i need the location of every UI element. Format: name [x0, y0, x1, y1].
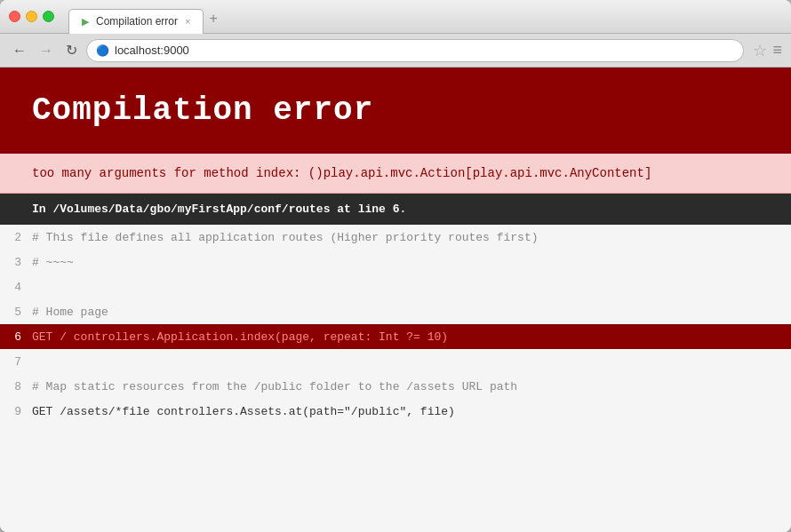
line-content: GET /assets/*file controllers.Assets.at(… — [32, 401, 455, 422]
tab-title: Compilation error — [96, 15, 178, 28]
line-number: 5 — [0, 306, 32, 319]
window-controls — [9, 11, 54, 22]
line-content: GET / controllers.Application.index(page… — [32, 327, 448, 347]
bookmark-icon[interactable]: ☆ — [753, 41, 767, 60]
active-tab[interactable]: ▶ Compilation error × — [68, 9, 204, 34]
page-content: Compilation error too many arguments for… — [0, 67, 791, 532]
close-button[interactable] — [9, 11, 20, 22]
forward-button[interactable]: → — [36, 41, 57, 60]
line-number: 6 — [0, 330, 32, 344]
address-text: localhost:9000 — [115, 44, 189, 57]
maximize-button[interactable] — [43, 11, 54, 22]
line-content: # Home page — [32, 302, 108, 322]
error-header: Compilation error — [0, 67, 791, 154]
table-row: 8# Map static resources from the /public… — [0, 374, 791, 399]
table-row: 3# ~~~~ — [0, 250, 791, 274]
error-message-text: too many arguments for method index: ()p… — [32, 166, 651, 180]
browser-window: ▶ Compilation error × + ← → ↻ 🔵 localhos… — [0, 0, 791, 532]
play-icon: ▶ — [82, 16, 89, 28]
file-location-bar: In /Volumes/Data/gbo/myFirstApp/conf/rou… — [0, 194, 791, 225]
menu-icon[interactable]: ≡ — [772, 41, 782, 60]
table-row: 2# This file defines all application rou… — [0, 225, 791, 250]
table-row: 7 — [0, 349, 791, 374]
table-row: 6GET / controllers.Application.index(pag… — [0, 324, 791, 349]
tab-close-button[interactable]: × — [185, 16, 190, 27]
tab-bar: ▶ Compilation error × + — [68, 4, 782, 29]
file-location-text: In /Volumes/Data/gbo/myFirstApp/conf/rou… — [32, 202, 406, 216]
line-number: 7 — [0, 355, 32, 369]
error-title: Compilation error — [32, 92, 759, 129]
table-row: 4 — [0, 274, 791, 299]
title-bar: ▶ Compilation error × + — [0, 0, 791, 34]
table-row: 5# Home page — [0, 299, 791, 324]
address-bar[interactable]: 🔵 localhost:9000 — [86, 39, 744, 62]
line-number: 3 — [0, 256, 32, 269]
line-number: 8 — [0, 380, 32, 393]
line-number: 2 — [0, 231, 32, 244]
code-area: 2# This file defines all application rou… — [0, 225, 791, 424]
line-content: # This file defines all application rout… — [32, 227, 539, 248]
new-tab-button[interactable]: + — [209, 11, 217, 27]
line-content: # ~~~~ — [32, 252, 74, 273]
error-message-bar: too many arguments for method index: ()p… — [0, 154, 791, 194]
nav-bar: ← → ↻ 🔵 localhost:9000 ☆ ≡ — [0, 34, 791, 67]
line-number: 9 — [0, 405, 32, 418]
refresh-button[interactable]: ↻ — [62, 40, 81, 60]
line-number: 4 — [0, 281, 32, 294]
lock-icon: 🔵 — [96, 44, 109, 57]
table-row: 9GET /assets/*file controllers.Assets.at… — [0, 399, 791, 424]
line-content: # Map static resources from the /public … — [32, 377, 517, 397]
back-button[interactable]: ← — [9, 41, 30, 60]
minimize-button[interactable] — [26, 11, 37, 22]
